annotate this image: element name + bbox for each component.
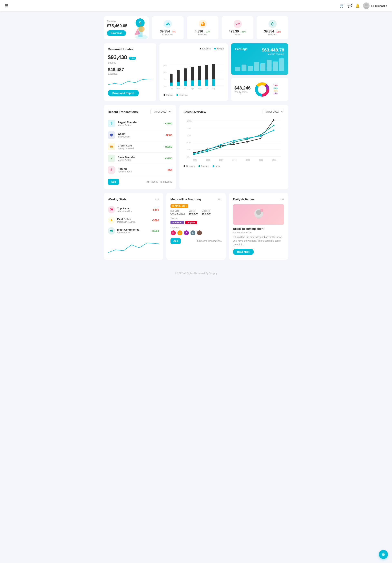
hamburger-icon[interactable]: ☰ [5, 3, 8, 8]
bottom-section: Weekly Stats ••• Top Sales Johnathan Doe… [104, 193, 288, 260]
teams-label: Teams [171, 217, 222, 220]
medicalpro-meta: Due Date Oct 23, 2022 Budget $98,500 Exp… [171, 210, 222, 215]
paypal-name: Paypal Transfer [118, 121, 137, 124]
e-bar-3 [248, 66, 253, 71]
commented-amount: +$560 [151, 230, 159, 232]
weekly-item-commented: Most Commented Ample Admin +$560 [108, 226, 159, 236]
sales-overview-header: Sales Overview March 2022 [184, 109, 284, 115]
user-name: Michael [375, 4, 385, 7]
angular-tag: Angular [185, 221, 197, 224]
download-report-button[interactable]: Download Report [108, 90, 139, 96]
leaders-row: M J A K R [171, 230, 222, 236]
topsales-amount: -$560 [152, 208, 159, 211]
svg-text:300: 300 [164, 71, 167, 73]
transactions-header: Recent Transactions March 2022 [108, 109, 172, 115]
footer: © 2022 All Rights Reserved By Shoppy [0, 269, 392, 278]
activity-image [233, 204, 284, 225]
svg-text:2010: 2010 [259, 159, 263, 161]
products-label: Products [198, 33, 207, 36]
yearly-sales-card: $43,246 Yearly sales 25% 35% 25% 15% [231, 78, 288, 101]
svg-text:2007: 2007 [219, 159, 223, 161]
right-column: Earnings $63,448.78 Monthly revenue [231, 43, 288, 101]
customers-number: 39,354 [160, 30, 170, 33]
refunds-change: -12% [276, 30, 281, 33]
credit-info: Credit Card Money reversed [118, 144, 134, 150]
download-button[interactable]: Download [107, 30, 126, 36]
daily-activities-card: Daily Activities ••• React 18 coming soo… [229, 193, 288, 260]
expense-amount: $48,487 [108, 67, 152, 72]
topsales-sub: Johnathan Doe [117, 210, 133, 212]
earnings-card-amount: $63,448.78 [262, 47, 284, 53]
weekly-dots-menu[interactable]: ••• [155, 197, 159, 201]
svg-point-82 [260, 209, 263, 212]
refunds-number: 39,354 [264, 30, 274, 33]
daily-activities-title: Daily Activities [233, 198, 255, 201]
refunds-stat-card: 39,354 -12% Refunds [257, 16, 288, 39]
header: ☰ 🛒 💬 🔔 Hi, Michael ▾ [0, 0, 392, 12]
india-legend: India [213, 165, 220, 167]
leader-avatar-3: A [184, 230, 189, 236]
svg-text:July: July [212, 88, 215, 90]
daily-dots-menu[interactable]: ••• [280, 197, 284, 201]
chart-bottom-legend: Budget Expense [164, 94, 224, 96]
user-avatar-wrap[interactable]: Hi, Michael ▾ [363, 2, 387, 9]
commented-name: Most Commented [117, 228, 139, 231]
bestseller-sub: MaterialPro Admin [117, 221, 135, 223]
main-content: Earnings $75,460.65 $ Download 39,35 [98, 12, 294, 269]
svg-text:Jun: Jun [205, 88, 208, 90]
leaders-label: Leaders [171, 226, 222, 229]
svg-text:40%: 40% [187, 141, 191, 144]
sales-number: 423,39 [229, 30, 239, 33]
transactions-date-select[interactable]: March 2022 [150, 109, 172, 115]
svg-rect-81 [257, 218, 261, 218]
yearly-label: Yearly sales [234, 91, 251, 94]
medicalpro-tag: 16 APRIL, 2021 [171, 204, 188, 208]
leader-avatar-4: K [190, 230, 196, 236]
medicalpro-dots-menu[interactable]: ••• [218, 197, 221, 201]
refund-amount: -$50 [167, 168, 172, 172]
teams-row: Bootstrap Angular [171, 221, 222, 224]
svg-point-60 [220, 146, 221, 148]
svg-text:May: May [198, 88, 202, 90]
svg-point-69 [246, 137, 248, 139]
credit-sub: Money reversed [118, 147, 134, 150]
svg-text:2011: 2011 [272, 159, 276, 161]
yearly-amount: $43,246 [234, 85, 251, 91]
weekly-item-topsales: Top Sales Johnathan Doe -$560 [108, 204, 159, 215]
revenue-title: Revenue Updates [108, 47, 152, 51]
products-icon [199, 20, 207, 28]
activity-post-desc: This will be the small description for t… [233, 235, 284, 246]
transactions-add-button[interactable]: Add [108, 179, 119, 185]
svg-point-56 [260, 138, 261, 139]
svg-text:100%: 100% [187, 120, 192, 122]
paypal-amount: +$350 [165, 122, 172, 125]
activity-post-title: React 18 coming soon! [233, 227, 284, 230]
medicalpro-add-row: Add 36 Recent Transactions [171, 238, 222, 244]
commented-sub: Ample Admin [117, 231, 139, 234]
sales-date-select[interactable]: March 2022 [263, 109, 284, 115]
svg-rect-27 [212, 79, 215, 86]
refund-sub: Payment Sent [118, 170, 132, 173]
bank-amount: +$350 [165, 157, 172, 160]
wallet-sub: Bill Payment [118, 135, 130, 138]
expense-bottom-legend: Expense [176, 94, 188, 96]
chart-legend: Expense Budget [164, 47, 224, 50]
budget-meta-value: $98,500 [189, 212, 198, 215]
sales-overview-card: Sales Overview March 2022 0% 20% 40% 60%… [179, 105, 288, 189]
due-date-value: Oct 23, 2022 [171, 212, 185, 215]
products-stat-card: 4,396 +23% Products [187, 16, 219, 39]
weekly-stats-header: Weekly Stats ••• [108, 197, 159, 201]
read-more-button[interactable]: Read More [233, 249, 254, 255]
e-bar-1 [235, 67, 240, 71]
bell-icon[interactable]: 🔔 [355, 3, 360, 8]
message-icon[interactable]: 💬 [347, 3, 352, 8]
mini-line-chart [108, 75, 152, 88]
medicalpro-header: MedicalPro Branding ••• [171, 197, 222, 201]
medicalpro-add-button[interactable]: Add [171, 238, 181, 244]
cart-icon[interactable]: 🛒 [340, 3, 344, 8]
paypal-icon: $ [108, 120, 115, 127]
transaction-item-bank: ✓ Bank Transfer Money Added +$350 [108, 153, 172, 164]
donut-labels: 25% 35% 25% 15% [274, 84, 278, 95]
wallet-name: Wallet [118, 132, 130, 135]
budget-meta-label: Budget [189, 210, 198, 212]
